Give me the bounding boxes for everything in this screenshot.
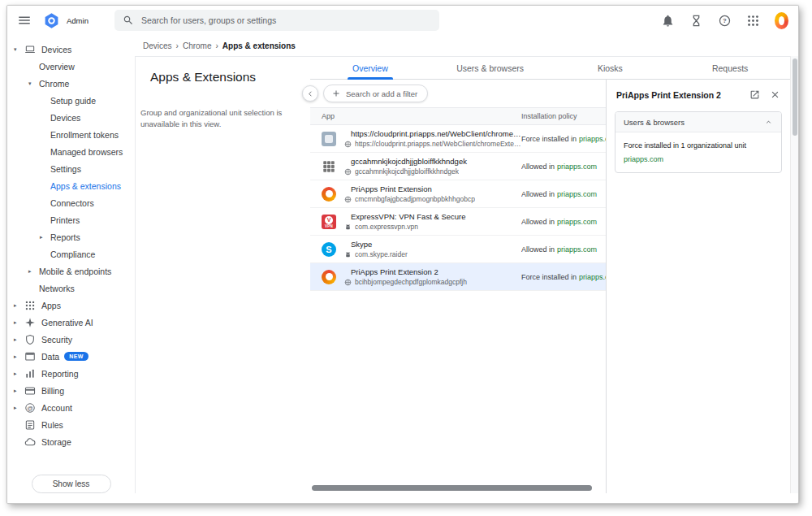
breadcrumb-devices[interactable]: Devices	[143, 41, 172, 50]
expand-arrow: ▸	[28, 268, 39, 275]
app-name: PriApps Print Extension	[351, 184, 521, 193]
filter-input[interactable]: Search or add a filter	[323, 85, 428, 102]
page-note: Group and organizational unit selection …	[140, 107, 300, 131]
billing-icon	[24, 385, 36, 397]
app-id: cmcmnbgfajgbcadjpmognbpbkhhgobcp	[355, 195, 475, 203]
table-row[interactable]: gccahmnkjkojcdhjjgbloiffkkhndgek gccahmn…	[310, 153, 606, 180]
ou-link[interactable]: priapps.com	[579, 273, 606, 281]
tab-requests[interactable]: Requests	[670, 57, 790, 79]
table-row[interactable]: PriApps Print Extension cmcmnbgfajgbcadj…	[310, 180, 606, 208]
new-badge: NEW	[64, 352, 89, 361]
table-header: AppInstallation policy	[310, 107, 606, 125]
sidebar-item-label: Data	[41, 352, 59, 362]
sidebar-item-generative-ai[interactable]: ▸ Generative AI	[7, 314, 135, 331]
data-icon	[24, 351, 36, 362]
sidebar-item-data[interactable]: ▸ Data NEW	[7, 348, 135, 365]
sidebar-item-overview[interactable]: Overview	[7, 58, 135, 75]
add-filter-icon	[331, 89, 341, 98]
filter-placeholder: Search or add a filter	[346, 89, 417, 98]
sidebar-item-security[interactable]: ▸ Security	[7, 331, 135, 348]
expand-arrow: ▸	[14, 405, 24, 411]
help-icon[interactable]: ?	[718, 14, 732, 28]
collapse-column-button[interactable]	[302, 85, 318, 102]
sidebar-item-managed-browsers[interactable]: Managed browsers	[7, 143, 135, 160]
horizontal-scrollbar-thumb[interactable]	[312, 485, 592, 491]
close-icon[interactable]	[770, 89, 780, 100]
sidebar-item-label: Reporting	[41, 369, 79, 379]
sidebar-item-storage[interactable]: Storage	[7, 433, 135, 450]
sidebar-item-reporting[interactable]: ▸ Reporting	[7, 365, 135, 382]
horizontal-scrollbar[interactable]	[312, 485, 601, 492]
sidebar-item-mobile-endpoints[interactable]: ▸ Mobile & endpoints	[7, 262, 135, 280]
sidebar-item-chrome[interactable]: ▾ Chrome	[7, 75, 135, 92]
admin-logo-icon	[43, 12, 60, 29]
tab-users-browsers[interactable]: Users & browsers	[430, 57, 551, 79]
sidebar-item-printers[interactable]: Printers	[7, 211, 135, 228]
ou-link[interactable]: priapps.com	[557, 245, 597, 254]
sidebar-item-label: Apps	[41, 301, 61, 310]
globe-icon	[344, 168, 352, 176]
users-browsers-section-header[interactable]: Users & browsers	[615, 112, 781, 132]
reporting-icon	[24, 368, 36, 379]
column-header-installation-policy: Installation policy	[521, 112, 606, 120]
breadcrumb-chrome[interactable]: Chrome	[183, 41, 212, 50]
tab-kiosks[interactable]: Kiosks	[551, 57, 671, 79]
sidebar-item-compliance[interactable]: Compliance	[7, 245, 135, 262]
sidebar-item-label: Rules	[41, 420, 63, 430]
sidebar-item-reports[interactable]: ▸ Reports	[7, 228, 135, 245]
sidebar-item-rules[interactable]: Rules	[7, 416, 135, 433]
sidebar-item-settings[interactable]: Settings	[7, 160, 135, 177]
menu-icon[interactable]	[17, 13, 32, 28]
show-less-button[interactable]: Show less	[32, 475, 111, 493]
admin-console-window: Admin ? ▾ Devices Overview ▾ Chrome Setu…	[6, 5, 799, 504]
sidebar-item-label: Billing	[41, 386, 64, 396]
app-id: com.expressvpn.vpn	[355, 223, 418, 231]
sidebar-item-label: Overview	[39, 62, 75, 72]
detail-panel-header: PriApps Print Extension 2	[607, 80, 790, 111]
sidebar-item-devices[interactable]: ▾ Devices	[7, 41, 135, 58]
vertical-scrollbar-thumb[interactable]	[793, 59, 797, 136]
expand-arrow: ▸	[14, 302, 24, 309]
android-icon	[344, 251, 352, 258]
table-row[interactable]: VVPN ExpressVPN: VPN Fast & Secure com.e…	[310, 208, 606, 236]
expand-arrow: ▸	[14, 388, 24, 394]
ou-link[interactable]: priapps.com	[557, 163, 597, 171]
tab-overview[interactable]: Overview	[310, 57, 430, 79]
table-row[interactable]: PriApps Print Extension 2 bcihbjompegdec…	[310, 263, 606, 291]
avatar[interactable]	[775, 14, 788, 28]
ou-link[interactable]: priapps.com	[624, 154, 773, 165]
tasks-icon[interactable]	[689, 14, 703, 28]
sidebar-item-label: Enrollment tokens	[50, 130, 119, 140]
vertical-scrollbar[interactable]	[790, 56, 798, 493]
sidebar-item-billing[interactable]: ▸ Billing	[7, 382, 135, 399]
sidebar-item-setup-guide[interactable]: Setup guide	[7, 92, 135, 109]
sidebar-item-apps-extensions[interactable]: Apps & extensions	[7, 177, 135, 194]
sidebar-item-apps[interactable]: ▸ Apps	[7, 297, 135, 314]
ou-link[interactable]: priapps.com	[557, 190, 597, 198]
installation-policy: Allowed inpriapps.com	[521, 163, 606, 171]
installation-policy: Force installed inpriapps.com	[521, 135, 606, 143]
app-id: https://cloudprint.priapps.net/WebClient…	[355, 140, 521, 148]
open-in-new-window-icon[interactable]	[749, 89, 760, 100]
table-row[interactable]: https://cloudprint.priapps.net/WebClient…	[310, 125, 606, 153]
sidebar-item-devices[interactable]: Devices	[7, 109, 135, 126]
page-title: Apps & Extensions	[150, 70, 302, 85]
ou-link[interactable]: priapps.com	[579, 135, 606, 143]
sidebar-item-connectors[interactable]: Connectors	[7, 194, 135, 211]
sidebar-item-enrollment-tokens[interactable]: Enrollment tokens	[7, 126, 135, 143]
sidebar: ▾ Devices Overview ▾ Chrome Setup guide …	[7, 35, 135, 504]
generative-ai-icon	[24, 317, 36, 328]
notifications-icon[interactable]	[661, 14, 675, 28]
global-search-bar[interactable]	[114, 10, 439, 31]
sidebar-item-networks[interactable]: Networks	[7, 280, 135, 297]
sidebar-item-account[interactable]: ▸ @ Account	[7, 399, 135, 416]
expand-arrow: ▸	[14, 353, 24, 360]
sidebar-item-label: Devices	[50, 113, 80, 123]
breadcrumb: Devices›Chrome›Apps & extensions	[135, 35, 798, 56]
ou-link[interactable]: priapps.com	[557, 218, 597, 226]
table-row[interactable]: S Skype com.skype.raider Allowed inpriap…	[310, 236, 606, 263]
search-input[interactable]	[141, 15, 431, 25]
apps-grid-icon[interactable]	[746, 14, 760, 28]
expand-arrow: ▾	[14, 46, 24, 53]
app-name: ExpressVPN: VPN Fast & Secure	[351, 212, 521, 221]
